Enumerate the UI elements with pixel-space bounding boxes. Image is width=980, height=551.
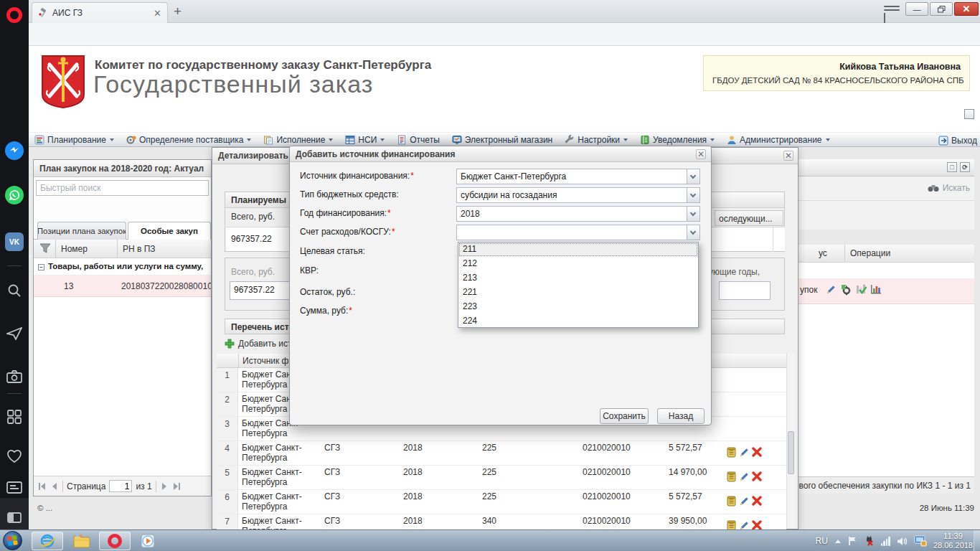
power-plug-icon[interactable] bbox=[864, 536, 875, 546]
whatsapp-icon[interactable] bbox=[5, 186, 24, 204]
messenger-icon[interactable] bbox=[5, 141, 24, 160]
volume-icon[interactable] bbox=[897, 537, 908, 546]
history-scroll-icon[interactable] bbox=[726, 447, 737, 465]
first-page-icon[interactable] bbox=[38, 482, 47, 491]
column-number[interactable]: Номер bbox=[61, 244, 88, 254]
later-years-input[interactable] bbox=[719, 281, 771, 300]
tab-plan-positions[interactable]: Позиции плана закупок bbox=[37, 222, 126, 240]
browser-tab[interactable]: АИС ГЗ ✕ bbox=[32, 2, 168, 23]
edit-icon[interactable] bbox=[739, 447, 750, 465]
funding-source-combobox[interactable]: Бюджет Санкт-Петербурга bbox=[456, 169, 700, 184]
column-operations[interactable]: Операции bbox=[850, 248, 890, 258]
show-desktop-button[interactable] bbox=[974, 530, 980, 551]
personal-news-icon[interactable] bbox=[5, 478, 24, 496]
group-row[interactable]: −Товары, работы или услуги на сумму, bbox=[34, 258, 211, 276]
menu-item-notifications[interactable]: Уведомления bbox=[640, 135, 715, 145]
panel-collapse-icon[interactable] bbox=[964, 109, 974, 119]
search-button[interactable]: Искать bbox=[943, 183, 970, 193]
source-row[interactable]: 5Бюджет Санкт-Петербурга СГЗ2018 2250210… bbox=[217, 466, 786, 490]
new-tab-button[interactable]: + bbox=[174, 4, 182, 19]
collapse-minus-icon[interactable]: − bbox=[38, 264, 44, 270]
combo-trigger-icon[interactable] bbox=[687, 225, 699, 240]
later-years-column[interactable]: оследующи... bbox=[715, 210, 783, 226]
edit-icon[interactable] bbox=[826, 284, 837, 295]
plan-selected-row[interactable]: 13 2018037220028080010 bbox=[34, 276, 211, 297]
menu-item-reports[interactable]: Отчеты bbox=[397, 135, 439, 145]
quick-search-input[interactable] bbox=[36, 180, 209, 196]
menu-item-supplier-determination[interactable]: Определение поставщика bbox=[126, 135, 252, 145]
source-row[interactable]: 4Бюджет Санкт-Петербурга СГЗ2018 2250210… bbox=[217, 441, 786, 466]
edit-icon[interactable] bbox=[739, 496, 750, 514]
tab-close-icon[interactable]: ✕ bbox=[154, 9, 161, 18]
modal-close-icon[interactable]: ✕ bbox=[696, 149, 706, 159]
taskbar-opera-icon[interactable] bbox=[99, 532, 131, 550]
delete-icon[interactable] bbox=[752, 447, 762, 465]
combo-trigger-icon[interactable] bbox=[687, 169, 699, 184]
window-minimize-button[interactable]: — bbox=[905, 2, 928, 16]
menu-item-administration[interactable]: Администрирование bbox=[727, 135, 829, 145]
scrollbar-thumb[interactable] bbox=[788, 431, 794, 474]
source-row[interactable]: 6Бюджет Санкт-Петербурга СГЗ2018 2250210… bbox=[217, 490, 786, 514]
menu-item-settings[interactable]: Настройки bbox=[565, 135, 628, 145]
search-icon[interactable] bbox=[5, 281, 24, 300]
my-flow-icon[interactable] bbox=[5, 324, 24, 343]
menu-item-nsi[interactable]: НСИ bbox=[345, 135, 385, 145]
menu-item-execution[interactable]: Исполнение bbox=[263, 135, 333, 145]
language-indicator[interactable]: RU bbox=[816, 536, 828, 546]
filter-funnel-icon[interactable] bbox=[39, 243, 51, 254]
delete-icon[interactable] bbox=[752, 471, 762, 489]
add-source-button[interactable]: Добавить ист bbox=[225, 336, 292, 351]
column-status[interactable]: ус bbox=[819, 248, 827, 258]
page-number-input[interactable] bbox=[109, 480, 132, 492]
speed-dial-icon[interactable] bbox=[5, 408, 24, 426]
network-status-icon[interactable] bbox=[914, 535, 927, 547]
dropdown-option[interactable]: 221 bbox=[458, 286, 698, 300]
next-page-icon[interactable] bbox=[160, 482, 169, 491]
dropdown-option[interactable]: 211 bbox=[458, 242, 698, 257]
history-scroll-icon[interactable] bbox=[726, 496, 737, 514]
ikz-refresh-icon[interactable]: ⟳ bbox=[960, 162, 970, 172]
dropdown-option[interactable]: 212 bbox=[458, 257, 698, 271]
start-button[interactable] bbox=[3, 531, 22, 550]
check-report-icon[interactable] bbox=[856, 283, 867, 295]
bar-chart-icon[interactable] bbox=[870, 283, 882, 295]
budget-type-combobox[interactable]: субсидии на госзадания bbox=[456, 187, 700, 203]
menu-item-exit[interactable]: Выход bbox=[938, 133, 977, 148]
tab-special-purchases[interactable]: Особые закуп bbox=[128, 222, 211, 240]
taskbar-explorer-icon[interactable] bbox=[66, 532, 98, 550]
history-scroll-icon[interactable] bbox=[726, 471, 737, 489]
detail-window-close-icon[interactable]: ✕ bbox=[783, 151, 793, 161]
vertical-scrollbar[interactable] bbox=[786, 354, 795, 529]
combo-trigger-icon[interactable] bbox=[687, 188, 699, 202]
funding-year-combobox[interactable]: 2018 bbox=[456, 206, 700, 222]
taskbar-ie-icon[interactable] bbox=[32, 532, 63, 550]
edit-icon[interactable] bbox=[739, 471, 750, 489]
menu-item-planning[interactable]: Планирование bbox=[34, 135, 114, 145]
prev-page-icon[interactable] bbox=[50, 482, 59, 491]
dropdown-option[interactable]: 213 bbox=[458, 271, 698, 286]
combo-trigger-icon[interactable] bbox=[687, 207, 699, 221]
snapshot-camera-icon[interactable] bbox=[5, 367, 24, 386]
ikz-selected-row[interactable]: упок bbox=[798, 278, 974, 304]
kosgu-combobox[interactable] bbox=[456, 225, 700, 240]
sidebar-setup-icon[interactable] bbox=[5, 508, 24, 527]
dropdown-option[interactable]: 224 bbox=[458, 314, 698, 329]
back-button[interactable]: Назад bbox=[657, 408, 705, 424]
tray-clock[interactable]: 11:39 28.06.2018 bbox=[933, 532, 973, 550]
last-page-icon[interactable] bbox=[172, 482, 181, 491]
opera-menu-icon[interactable] bbox=[884, 6, 900, 17]
taskbar-wmp-icon[interactable] bbox=[132, 532, 164, 550]
action-center-flag-icon[interactable] bbox=[848, 536, 857, 546]
vk-icon[interactable]: VK bbox=[5, 232, 24, 251]
column-rn[interactable]: РН в ПЗ bbox=[123, 244, 156, 254]
window-close-button[interactable]: ✕ bbox=[954, 2, 979, 16]
gear-action-icon[interactable] bbox=[840, 283, 852, 296]
window-restore-button[interactable] bbox=[930, 2, 953, 16]
opera-logo-icon[interactable] bbox=[5, 6, 24, 24]
signal-bars-icon[interactable] bbox=[881, 537, 890, 546]
ikz-maximize-icon[interactable]: □ bbox=[947, 162, 957, 172]
save-button[interactable]: Сохранить bbox=[600, 408, 649, 424]
menu-item-eshop[interactable]: Электронный магазин bbox=[452, 135, 552, 145]
delete-icon[interactable] bbox=[752, 496, 762, 514]
dropdown-option[interactable]: 223 bbox=[458, 300, 698, 314]
